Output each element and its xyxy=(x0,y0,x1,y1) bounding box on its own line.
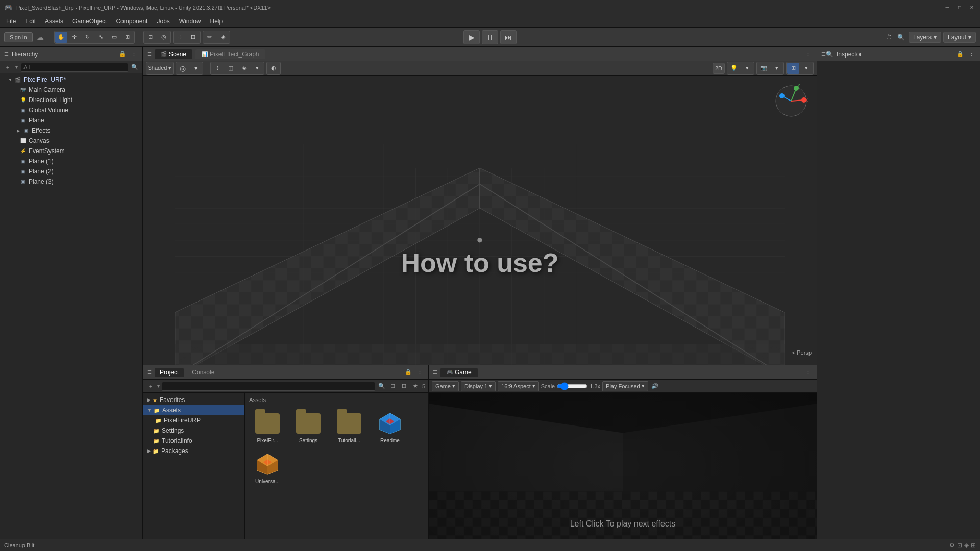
tab-project[interactable]: Project xyxy=(155,368,184,377)
view-dropdown-icon[interactable]: ▾ xyxy=(190,63,202,74)
scene-tool-1[interactable]: ⊹ xyxy=(211,63,224,74)
scene-tool-2[interactable]: ◫ xyxy=(225,63,237,74)
scale-slider[interactable] xyxy=(557,383,587,390)
step-button[interactable]: ⏭ xyxy=(500,30,517,44)
hierarchy-add-button[interactable]: + xyxy=(3,63,12,72)
project-star-icon[interactable]: ★ xyxy=(411,382,420,391)
project-lock-icon[interactable]: 🔒 xyxy=(404,368,413,377)
rotate-tool-button[interactable]: ↻ xyxy=(82,32,94,43)
scale-tool-button[interactable]: ⤡ xyxy=(95,32,107,43)
sign-in-button[interactable]: Sign in xyxy=(4,32,33,42)
file-item-tutoriall[interactable]: Tutoriall... xyxy=(331,409,368,446)
game-audio-icon[interactable]: 🔊 xyxy=(650,382,659,391)
gizmo-button[interactable]: 💡 xyxy=(728,63,740,74)
snap-button[interactable]: ⊹ xyxy=(174,32,186,43)
tree-item-pixelfireurp[interactable]: 📁 PixelFireURP xyxy=(143,415,244,425)
hierarchy-lock-icon[interactable]: 🔒 xyxy=(118,49,127,59)
rect-tool-button[interactable]: ▭ xyxy=(108,32,120,43)
gizmo-toggle[interactable]: ▾ xyxy=(741,63,753,74)
hierarchy-item-directional-light[interactable]: 💡 Directional Light ⋮ xyxy=(0,95,142,105)
assets-folder-icon: 📁 xyxy=(154,408,160,413)
project-more-icon[interactable]: ⋮ xyxy=(415,368,424,377)
transform-tool-button[interactable]: ⊞ xyxy=(121,32,134,43)
scene-tool-3[interactable]: ◈ xyxy=(238,63,250,74)
grid-button[interactable]: ⊞ xyxy=(187,32,200,43)
view-mode-button[interactable]: ◎ xyxy=(177,63,189,74)
minimize-button[interactable]: ─ xyxy=(943,4,951,12)
game-mode-dropdown[interactable]: Game ▾ xyxy=(432,381,459,391)
shaded-button[interactable]: Shaded ▾ xyxy=(147,63,173,74)
hierarchy-search-icon[interactable]: 🔍 xyxy=(130,63,139,72)
file-item-settings[interactable]: Settings xyxy=(290,409,327,446)
layers-dropdown[interactable]: Layers ▾ xyxy=(909,32,941,43)
camera-dropdown[interactable]: ▾ xyxy=(771,63,783,74)
scene-3d-view[interactable]: ✋ ✛ ↻ ⤡ ▭ ⊞ xyxy=(143,76,817,365)
hierarchy-item-plane2[interactable]: ▣ Plane (2) ⋮ xyxy=(0,166,142,177)
display-dropdown[interactable]: Display 1 ▾ xyxy=(461,381,496,391)
camera-button[interactable]: 📷 xyxy=(757,63,770,74)
hierarchy-item-effects[interactable]: ▶ ▣ Effects ⋮ xyxy=(0,126,142,136)
hierarchy-item-canvas[interactable]: ⬜ Canvas ⋮ xyxy=(0,136,142,146)
close-button[interactable]: ✕ xyxy=(968,4,976,12)
2d-button[interactable]: 2D xyxy=(713,63,725,74)
hand-tool-button[interactable]: ✋ xyxy=(55,32,67,43)
scene-extra-1[interactable]: ◐ xyxy=(267,63,280,74)
scene-more-icon[interactable]: ⋮ xyxy=(803,49,813,59)
menu-help[interactable]: Help xyxy=(206,17,227,26)
play-focused-dropdown[interactable]: Play Focused ▾ xyxy=(602,381,648,391)
hierarchy-item-plane1[interactable]: ▣ Plane (1) ⋮ xyxy=(0,156,142,166)
hierarchy-more-icon[interactable]: ⋮ xyxy=(129,49,138,59)
menu-assets[interactable]: Assets xyxy=(41,17,67,26)
hierarchy-item-eventsystem[interactable]: ⚡ EventSystem ⋮ xyxy=(0,146,142,156)
extra-btn[interactable]: ◈ xyxy=(217,32,229,43)
tree-item-packages[interactable]: ▶ 📁 Packages xyxy=(143,446,244,456)
search-button[interactable]: 🔍 xyxy=(896,32,906,42)
paint-button[interactable]: ✏ xyxy=(204,32,216,43)
maximize-button[interactable]: □ xyxy=(955,4,964,12)
pivot-button[interactable]: ⊡ xyxy=(144,32,157,43)
tree-item-settings[interactable]: 📁 Settings xyxy=(143,425,244,436)
hierarchy-item-plane3[interactable]: ▣ Plane (3) ⋮ xyxy=(0,177,142,187)
project-search-icon[interactable]: 🔍 xyxy=(377,382,386,391)
menu-window[interactable]: Window xyxy=(175,17,205,26)
hierarchy-search-input[interactable] xyxy=(21,63,128,72)
menu-file[interactable]: File xyxy=(2,17,20,26)
tree-item-assets[interactable]: ▼ 📁 Assets xyxy=(143,405,244,415)
menu-gameobject[interactable]: GameObject xyxy=(68,17,111,26)
aspect-dropdown[interactable]: 16:9 Aspect ▾ xyxy=(498,381,539,391)
project-filter-icon[interactable]: ⊡ xyxy=(388,382,398,391)
hierarchy-item-plane[interactable]: ▣ Plane ⋮ xyxy=(0,115,142,126)
inspector-lock-icon[interactable]: 🔒 xyxy=(955,49,965,59)
project-add-button[interactable]: + xyxy=(146,382,155,391)
history-button[interactable]: ⏱ xyxy=(884,32,894,42)
file-item-pixelfir[interactable]: PixelFir... xyxy=(249,409,286,446)
move-tool-button[interactable]: ✛ xyxy=(68,32,81,43)
hierarchy-item-pixelfire[interactable]: ▼ 🎬 PixelFire_URP* ⋮ xyxy=(0,74,142,85)
hierarchy-item-global-volume[interactable]: ▣ Global Volume ⋮ xyxy=(0,105,142,115)
tab-pixeleffect[interactable]: 📊 PixelEffect_Graph xyxy=(195,49,265,59)
inspector-more-icon[interactable]: ⋮ xyxy=(967,49,976,59)
tree-item-tutorialinfo[interactable]: 📁 TutorialInfo xyxy=(143,436,244,446)
global-button[interactable]: ◎ xyxy=(158,32,170,43)
menu-jobs[interactable]: Jobs xyxy=(153,17,174,26)
menu-component[interactable]: Component xyxy=(112,17,152,26)
game-view[interactable]: Left Click To play next effects xyxy=(429,393,817,539)
play-button[interactable]: ▶ xyxy=(463,30,480,44)
tab-game[interactable]: 🎮 Game xyxy=(440,368,478,377)
render-button[interactable]: ⊞ xyxy=(787,63,799,74)
pause-button[interactable]: ⏸ xyxy=(482,30,498,44)
file-item-readme[interactable]: Readme xyxy=(372,409,408,446)
tab-scene[interactable]: 🎬 Scene xyxy=(155,49,192,59)
hierarchy-item-canvas-label: Canvas xyxy=(29,137,50,144)
file-item-universa[interactable]: Universa... xyxy=(249,450,286,487)
tree-item-favorites[interactable]: ▶ ★ Favorites xyxy=(143,395,244,405)
tab-console[interactable]: Console xyxy=(187,368,219,377)
project-view-icon[interactable]: ⊞ xyxy=(400,382,409,391)
project-search-input[interactable] xyxy=(162,382,375,391)
layout-dropdown[interactable]: Layout ▾ xyxy=(943,32,976,43)
scene-tool-4[interactable]: ▾ xyxy=(251,63,263,74)
hierarchy-item-main-camera[interactable]: 📷 Main Camera ⋮ xyxy=(0,85,142,95)
render-dropdown[interactable]: ▾ xyxy=(800,63,813,74)
menu-edit[interactable]: Edit xyxy=(21,17,40,26)
game-more-icon[interactable]: ⋮ xyxy=(803,368,813,377)
